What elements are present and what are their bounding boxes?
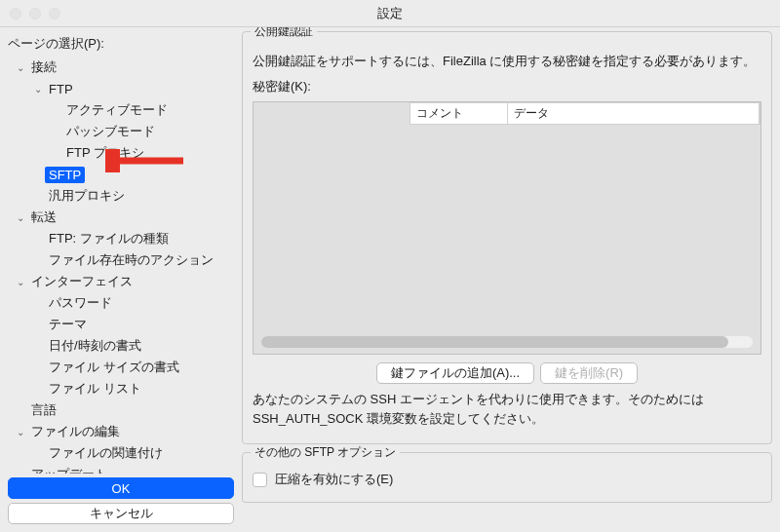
tree-item-2[interactable]: アクティブモード	[8, 99, 234, 121]
tree-item-3[interactable]: パッシブモード	[8, 121, 234, 142]
tree-item-label: ファイルの編集	[27, 422, 124, 441]
tree-item-label: FTP	[45, 81, 77, 97]
ok-button[interactable]: OK	[8, 477, 234, 499]
tree-item-label: ファイル サイズの書式	[45, 358, 183, 377]
group-public-key-auth: 公開鍵認証 公開鍵認証をサポートするには、FileZilla に使用する秘密鍵を…	[242, 31, 772, 444]
remove-key-button: 鍵を削除(R)	[540, 362, 638, 384]
chevron-down-icon[interactable]: ⌄	[14, 277, 27, 287]
tree-item-18[interactable]: ファイルの関連付け	[8, 442, 234, 464]
compression-checkbox-row[interactable]: 圧縮を有効にする(E)	[253, 471, 761, 488]
tree-item-label: パッシブモード	[62, 122, 159, 141]
tree-item-1[interactable]: ⌄FTP	[8, 78, 234, 99]
tree-item-label: テーマ	[45, 315, 91, 334]
tree-item-15[interactable]: ファイル リスト	[8, 378, 234, 399]
zoom-icon[interactable]	[49, 8, 60, 19]
tree-item-label: ファイル リスト	[45, 379, 145, 399]
ssh-agent-text: あなたのシステムの SSH エージェントを代わりに使用できます。そのためには S…	[253, 390, 761, 428]
tree-item-5[interactable]: SFTP	[8, 164, 234, 185]
tree-item-label: パスワード	[45, 293, 116, 313]
tree-item-label: ファイルの関連付け	[45, 443, 167, 463]
tree-item-label: ファイル存在時のアクション	[45, 250, 217, 270]
chevron-down-icon[interactable]: ⌄	[14, 212, 27, 223]
tree-item-7[interactable]: ⌄転送	[8, 207, 234, 228]
column-header-data[interactable]: データ	[508, 103, 760, 124]
tree-item-14[interactable]: ファイル サイズの書式	[8, 357, 234, 378]
tree-item-8[interactable]: FTP: ファイルの種類	[8, 228, 234, 249]
tree-item-label: FTP: ファイルの種類	[45, 229, 173, 248]
page-tree[interactable]: ⌄接続⌄FTPアクティブモードパッシブモードFTP プロキシSFTP汎用プロキシ…	[8, 57, 234, 474]
chevron-down-icon[interactable]: ⌄	[14, 427, 27, 437]
tree-item-label: アクティブモード	[62, 100, 172, 120]
tree-item-4[interactable]: FTP プロキシ	[8, 142, 234, 164]
titlebar: 設定	[0, 0, 780, 27]
intro-text: 公開鍵認証をサポートするには、FileZilla に使用する秘密鍵を指定する必要…	[253, 52, 761, 71]
tree-item-label: アップデート	[27, 465, 111, 474]
tree-item-12[interactable]: テーマ	[8, 314, 234, 335]
table-body[interactable]	[254, 125, 760, 330]
tree-item-label: 汎用プロキシ	[45, 186, 129, 206]
tree-item-label: 接続	[27, 57, 60, 77]
close-icon[interactable]	[10, 8, 21, 19]
keys-label: 秘密鍵(K):	[253, 77, 761, 96]
window-title: 設定	[377, 5, 403, 22]
tree-item-9[interactable]: ファイル存在時のアクション	[8, 249, 234, 271]
table-header[interactable]: コメント データ	[410, 102, 760, 125]
tree-item-label: 転送	[27, 208, 60, 227]
private-keys-table[interactable]: コメント データ	[253, 101, 761, 355]
horizontal-scrollbar[interactable]	[261, 336, 753, 348]
tree-item-label: SFTP	[45, 167, 85, 183]
compression-label: 圧縮を有効にする(E)	[275, 471, 393, 488]
column-header-comment[interactable]: コメント	[410, 103, 508, 124]
group-other-sftp-options: その他の SFTP オプション 圧縮を有効にする(E)	[242, 452, 772, 503]
window-controls	[10, 8, 60, 19]
minimize-icon[interactable]	[29, 8, 41, 19]
tree-item-label: FTP プロキシ	[62, 143, 148, 163]
chevron-down-icon[interactable]: ⌄	[14, 62, 27, 73]
cancel-button[interactable]: キャンセル	[8, 503, 234, 524]
tree-item-13[interactable]: 日付/時刻の書式	[8, 335, 234, 357]
tree-item-0[interactable]: ⌄接続	[8, 57, 234, 78]
page-select-label: ページの選択(P):	[8, 35, 234, 53]
add-key-file-button[interactable]: 鍵ファイルの追加(A)...	[376, 362, 534, 384]
tree-item-label: インターフェイス	[27, 272, 136, 291]
tree-item-19[interactable]: アップデート	[8, 464, 234, 474]
tree-item-6[interactable]: 汎用プロキシ	[8, 185, 234, 207]
tree-item-11[interactable]: パスワード	[8, 292, 234, 314]
tree-item-label: 言語	[27, 400, 60, 420]
tree-item-10[interactable]: ⌄インターフェイス	[8, 271, 234, 292]
compression-checkbox[interactable]	[253, 473, 267, 487]
chevron-down-icon[interactable]: ⌄	[31, 84, 45, 95]
group-title-public-key: 公開鍵認証	[251, 27, 317, 40]
tree-item-label: 日付/時刻の書式	[45, 336, 145, 356]
main-panel: 公開鍵認証 公開鍵認証をサポートするには、FileZilla に使用する秘密鍵を…	[242, 27, 780, 532]
tree-item-17[interactable]: ⌄ファイルの編集	[8, 421, 234, 442]
group-title-other-sftp: その他の SFTP オプション	[251, 444, 400, 461]
tree-item-16[interactable]: 言語	[8, 399, 234, 421]
sidebar: ページの選択(P): ⌄接続⌄FTPアクティブモードパッシブモードFTP プロキ…	[0, 27, 242, 532]
